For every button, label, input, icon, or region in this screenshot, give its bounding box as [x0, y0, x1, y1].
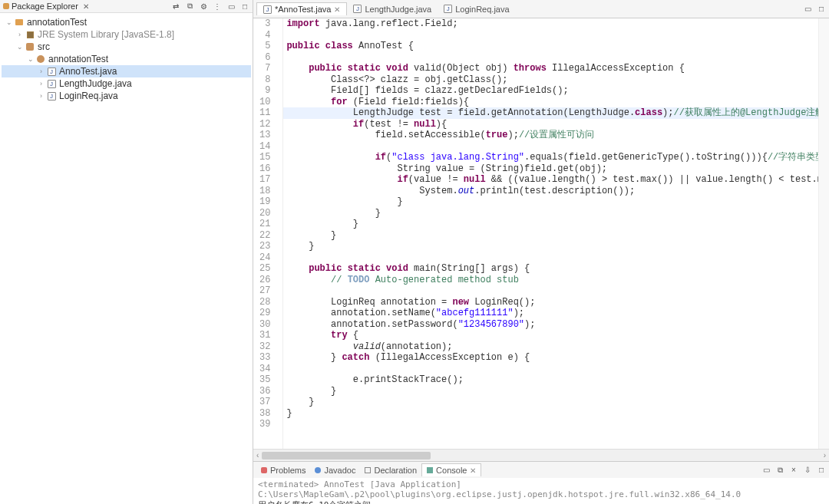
tree-item-lengthjudge-java[interactable]: ›JLengthJudge.java [2, 77, 251, 90]
pe-tool-4[interactable]: ▭ [226, 2, 236, 11]
code-line[interactable]: String value = (String)field.get(obj); [283, 163, 818, 175]
line-number: 5 [259, 41, 279, 52]
line-number: 27 [259, 285, 279, 297]
code-line[interactable] [283, 52, 818, 64]
code-line[interactable] [283, 30, 818, 41]
editor-tab-loginreq-java[interactable]: JLoginReq.java [438, 3, 515, 15]
code-line[interactable]: } [283, 208, 818, 219]
tree-item-jre-system-library--javase-1-8-[interactable]: ›JRE System Library [JavaSE-1.8] [2, 28, 251, 41]
scroll-right-icon[interactable]: › [824, 451, 826, 460]
console-output: 用户名长度在6-10个字符之间 [258, 499, 824, 504]
code-line[interactable]: field.setAccessible(true);//设置属性可访问 [283, 130, 818, 141]
code-line[interactable]: if("class java.lang.String".equals(field… [283, 152, 818, 163]
package-explorer-toolbar: ⇄⧉⚙⋮▭□ [171, 2, 249, 11]
bv-tool-4[interactable]: □ [817, 466, 826, 475]
code-line[interactable]: annotation.setPassword("1234567890"); [283, 319, 818, 331]
tree-item-src[interactable]: ⌄src [2, 41, 251, 53]
pe-tool-2[interactable]: ⚙ [199, 2, 208, 11]
code-line[interactable] [283, 285, 818, 297]
editor-tab-lengthjudge-java[interactable]: JLengthJudge.java [347, 3, 438, 15]
code-line[interactable]: LoginReq annotation = new LoginReq(); [283, 297, 818, 308]
console-icon [427, 466, 433, 475]
problems-icon [261, 466, 267, 475]
close-tab-icon[interactable]: ✕ [334, 5, 340, 14]
code-line[interactable]: // TODO Auto-generated method stub [283, 275, 818, 286]
code-line[interactable]: System.out.println(test.description()); [283, 186, 818, 197]
package-explorer-header: Package Explorer ✕ ⇄⧉⚙⋮▭□ [0, 0, 253, 13]
view-tab-console[interactable]: Console✕ [421, 463, 481, 476]
console-status: <terminated> AnnoTest [Java Application]… [258, 479, 824, 499]
close-icon[interactable]: ✕ [83, 2, 89, 11]
close-view-icon[interactable]: ✕ [470, 466, 476, 475]
expand-toggle-icon[interactable]: ⌄ [15, 43, 24, 51]
code-line[interactable]: } [283, 241, 818, 252]
minimize-icon[interactable]: ▭ [803, 5, 812, 14]
console-view[interactable]: <terminated> AnnoTest [Java Application]… [253, 478, 829, 504]
code-line[interactable]: } [283, 230, 818, 242]
code-line[interactable]: } [283, 408, 818, 420]
tree-item-annotationtest[interactable]: ⌄annotationTest [2, 16, 251, 28]
code-line[interactable] [283, 364, 818, 375]
expand-toggle-icon[interactable]: ⌄ [26, 55, 35, 63]
horizontal-scrollbar[interactable]: ‹ › [253, 449, 829, 461]
tab-label: LoginReq.java [455, 5, 509, 14]
tree-item-loginreq-java[interactable]: ›JLoginReq.java [2, 90, 251, 102]
code-content[interactable]: import java.lang.reflect.Field;public cl… [283, 18, 818, 449]
expand-toggle-icon[interactable]: › [37, 68, 45, 75]
tab-label: *AnnoTest.java [275, 5, 331, 14]
code-line[interactable]: LengthJudge test = field.getAnnotation(L… [283, 107, 818, 119]
code-line[interactable]: public static void valid(Object obj) thr… [283, 63, 818, 74]
bv-tool-0[interactable]: ▭ [761, 466, 771, 475]
java-file-icon: J [263, 5, 272, 14]
javadoc-icon [315, 466, 321, 475]
bv-tool-1[interactable]: ⧉ [775, 466, 784, 475]
code-line[interactable]: e.printStackTrace(); [283, 374, 818, 386]
code-editor[interactable]: 3456789101112131415161718192021222324252… [253, 18, 829, 449]
pe-tool-3[interactable]: ⋮ [213, 2, 222, 11]
code-line[interactable]: valid(annotation); [283, 341, 818, 353]
pe-tool-5[interactable]: □ [240, 2, 249, 11]
code-line[interactable]: } [283, 219, 818, 230]
code-line[interactable]: if(test != null){ [283, 119, 818, 130]
bv-tool-2[interactable]: × [789, 466, 798, 475]
scrollbar-thumb[interactable] [262, 452, 431, 460]
view-tab-javadoc[interactable]: Javadoc [310, 464, 360, 476]
pe-tool-0[interactable]: ⇄ [171, 2, 180, 11]
bv-tool-3[interactable]: ⇩ [803, 466, 812, 475]
code-line[interactable]: annotation.setName("abcefg111111"); [283, 308, 818, 319]
package-explorer-panel: Package Explorer ✕ ⇄⧉⚙⋮▭□ ⌄annotationTes… [0, 0, 253, 504]
code-line[interactable]: import java.lang.reflect.Field; [283, 18, 818, 30]
code-line[interactable]: } [283, 196, 818, 208]
code-line[interactable]: Field[] fields = clazz.getDeclaredFields… [283, 85, 818, 97]
expand-toggle-icon[interactable]: › [37, 92, 45, 100]
code-line[interactable]: } [283, 397, 818, 408]
editor-tab--annotest-java[interactable]: J*AnnoTest.java✕ [256, 2, 347, 15]
java-file-icon: J [45, 68, 58, 76]
line-number: 33 [259, 352, 279, 364]
code-line[interactable]: try { [283, 330, 818, 341]
overview-ruler[interactable] [818, 18, 829, 449]
code-line[interactable]: for (Field field:fields){ [283, 97, 818, 108]
expand-toggle-icon[interactable]: › [37, 80, 45, 87]
expand-toggle-icon[interactable]: › [15, 31, 24, 38]
expand-toggle-icon[interactable]: ⌄ [5, 18, 13, 26]
code-line[interactable]: } [283, 386, 818, 397]
tree-item-annotest-java[interactable]: ›JAnnoTest.java [2, 65, 251, 77]
code-line[interactable]: Class<?> clazz = obj.getClass(); [283, 74, 818, 86]
code-line[interactable] [283, 252, 818, 264]
maximize-icon[interactable]: □ [817, 5, 826, 14]
tree-item-annotationtest[interactable]: ⌄annotationTest [2, 53, 251, 65]
view-tab-declaration[interactable]: Declaration [360, 464, 421, 476]
line-number: 26 [259, 275, 279, 286]
code-line[interactable] [283, 141, 818, 153]
code-line[interactable] [283, 419, 818, 430]
editor-area: J*AnnoTest.java✕JLengthJudge.javaJLoginR… [253, 0, 829, 504]
pe-tool-1[interactable]: ⧉ [185, 2, 194, 11]
code-line[interactable]: public static void main(String[] args) { [283, 263, 818, 275]
view-tab-problems[interactable]: Problems [256, 464, 310, 476]
package-explorer-tree[interactable]: ⌄annotationTest›JRE System Library [Java… [0, 13, 253, 504]
line-number: 39 [259, 419, 279, 430]
code-line[interactable]: } catch (IllegalAccessException e) { [283, 352, 818, 364]
code-line[interactable]: public class AnnoTest { [283, 41, 818, 52]
code-line[interactable]: if(value != null && ((value.length() > t… [283, 174, 818, 186]
